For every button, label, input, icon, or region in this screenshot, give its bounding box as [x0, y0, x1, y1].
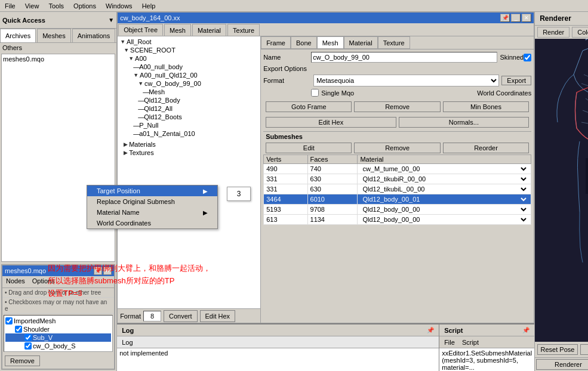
editor-title: cw_body_164_00.xx — [120, 14, 180, 21]
inner-menu-nodes[interactable]: Nodes — [2, 276, 29, 287]
reset-pose-button[interactable]: Reset Pose — [537, 344, 578, 355]
tree-checkbox-cwbody[interactable] — [24, 342, 32, 350]
quick-access-bar: Quick Access ▼ — [0, 12, 116, 29]
mesh-item[interactable]: meshes0.mqo — [3, 55, 44, 63]
ot-qld12boots[interactable]: — Qld12_Boots — [119, 113, 259, 121]
prop-tab-mesh[interactable]: Mesh — [317, 36, 344, 49]
quick-access-arrow[interactable]: ▼ — [108, 17, 114, 23]
cell-material: Qld12_body_00_00 — [358, 205, 531, 215]
reorder-button[interactable]: Reorder — [443, 143, 529, 153]
table-row[interactable]: 490740cw_M_tume_00_00 — [264, 164, 531, 174]
ot-qld12all[interactable]: — Qld12_All — [119, 104, 259, 113]
ot-pnull[interactable]: — P_Null — [119, 121, 259, 129]
table-row[interactable]: 34646010Qld12_body_00_01 — [264, 194, 531, 205]
export-button[interactable]: Export — [501, 76, 531, 85]
ot-label-cwbody99: cw_O_body_99_00 — [144, 80, 201, 87]
material-select[interactable]: Qld12_tikubiR_00_00 — [360, 175, 528, 183]
script-pin-icon[interactable]: 📌 — [522, 327, 529, 333]
ot-all-root[interactable]: ▼ All_Root — [119, 38, 259, 46]
material-select[interactable]: Qld12_tikubiL_00_00 — [360, 185, 528, 193]
tab-meshes[interactable]: Meshes — [37, 29, 71, 42]
expand-icon: ▼ — [120, 39, 125, 45]
menu-options[interactable]: Options — [69, 1, 101, 11]
editor-min-btn[interactable]: _ — [511, 14, 521, 22]
tree-checkbox-importedmesh[interactable] — [5, 317, 13, 324]
min-bones-button[interactable]: Min Bones — [443, 101, 529, 112]
annotation: 因为需要把护甲绑到大臂上，和胳膊一起活动， 所以选择胳膊submesh所对应的的… — [48, 262, 211, 299]
ot-qld12body[interactable]: — Qld12_Body — [119, 96, 259, 104]
ot-textures[interactable]: ▶ Textures — [119, 149, 259, 157]
ot-a00[interactable]: ▼ A00 — [119, 54, 259, 63]
menu-tools[interactable]: Tools — [44, 1, 69, 11]
table-row[interactable]: 51939708Qld12_body_00_00 — [264, 205, 531, 215]
edit-hex-button[interactable]: Edit Hex — [266, 117, 396, 128]
table-row[interactable]: 331630Qld12_tikubiL_00_00 — [264, 184, 531, 194]
tab-archives[interactable]: Archives — [0, 29, 36, 42]
table-row[interactable]: 6131134Qld12_body_00_00 — [264, 215, 531, 225]
tab-animations[interactable]: Animations — [72, 29, 115, 42]
format-select[interactable]: Metasequoia — [313, 75, 499, 86]
editor-tab-texture[interactable]: Texture — [227, 24, 260, 36]
renderer-tab-btn[interactable]: Renderer — [536, 359, 588, 370]
prop-tab-material[interactable]: Material — [344, 36, 378, 49]
name-input[interactable] — [311, 52, 497, 63]
tree-item-subv[interactable]: Sub_V — [5, 333, 111, 342]
script-menu-file[interactable]: File — [444, 339, 455, 346]
normals-button[interactable]: Normals... — [399, 117, 529, 128]
renderer-tab-render[interactable]: Render — [537, 27, 569, 38]
left-remove-button[interactable]: Remove — [5, 355, 40, 366]
edit-hex-button-bottom[interactable]: Edit Hex — [200, 310, 236, 322]
ot-scene-root[interactable]: ▼ SCENE_ROOT — [119, 46, 259, 54]
ctx-replace-submesh[interactable]: Replace Original Submesh — [87, 196, 217, 207]
ctx-target-position[interactable]: Target Position ▶ — [87, 186, 217, 196]
editor-tab-material[interactable]: Material — [192, 24, 226, 36]
ot-label-mesh: Mesh — [149, 88, 165, 95]
script-menu-script[interactable]: Script — [462, 339, 479, 346]
material-select[interactable]: cw_M_tume_00_00 — [360, 165, 528, 173]
remove2-button[interactable]: Remove — [354, 143, 440, 153]
log-pin-icon[interactable]: 📌 — [427, 327, 434, 333]
editor-tab-mesh[interactable]: Mesh — [164, 24, 191, 36]
ctx-world-coordinates[interactable]: World Coordinates — [87, 218, 217, 228]
format-input[interactable] — [143, 311, 161, 321]
goto-frame-button[interactable]: Goto Frame — [266, 101, 352, 112]
convert-button[interactable]: Convert — [164, 310, 198, 322]
tree-checkbox-subv[interactable] — [24, 334, 32, 341]
editor-pin-btn[interactable]: 📌 — [500, 14, 510, 22]
ot-label-materials: Materials — [129, 141, 156, 148]
tree-checkbox-shoulder[interactable] — [15, 326, 22, 333]
editor-tab-object-tree[interactable]: Object Tree — [118, 24, 163, 36]
skinned-checkbox[interactable] — [524, 54, 531, 61]
center-button[interactable]: Center — [580, 344, 588, 355]
remove-button[interactable]: Remove — [354, 101, 440, 112]
ot-cwbody99[interactable]: ▼ cw_O_body_99_00 — [119, 79, 259, 88]
single-mqo-checkbox[interactable] — [311, 89, 319, 97]
ot-mesh[interactable]: — Mesh — [119, 88, 259, 96]
renderer-tab-color[interactable]: Color — [572, 27, 588, 38]
material-select[interactable]: Qld12_body_00_01 — [360, 195, 528, 203]
menu-view[interactable]: View — [20, 1, 44, 11]
menu-file[interactable]: File — [0, 1, 20, 11]
ot-nullbody[interactable]: — A00_null_body — [119, 63, 259, 71]
ot-label-textures: Textures — [129, 149, 154, 156]
ctx-material-name[interactable]: Material Name ▶ — [87, 207, 217, 218]
ot-nullqld[interactable]: ▼ A00_null_Qld12_00 — [119, 71, 259, 79]
log-content: not implemented — [117, 348, 439, 371]
ot-materials[interactable]: ▶ Materials — [119, 140, 259, 149]
material-select[interactable]: Qld12_body_00_00 — [360, 215, 528, 224]
material-select[interactable]: Qld12_body_00_00 — [360, 205, 528, 214]
prop-tab-frame[interactable]: Frame — [261, 36, 291, 49]
menu-help[interactable]: Help — [137, 1, 161, 11]
tree-item-cwbody[interactable]: cw_O_body_S — [5, 342, 111, 350]
menu-windows[interactable]: Windows — [101, 1, 137, 11]
table-row[interactable]: 331630Qld12_tikubiR_00_00 — [264, 174, 531, 184]
editor-close-btn[interactable]: ✕ — [522, 14, 531, 22]
prop-tab-texture[interactable]: Texture — [378, 36, 410, 49]
edit-button[interactable]: Edit — [266, 143, 352, 153]
tree-item-shoulder[interactable]: Shoulder — [5, 325, 111, 333]
tree-item-importedmesh[interactable]: ImportedMesh — [5, 317, 111, 325]
ot-zentai[interactable]: — a01_N_Zentai_010 — [119, 129, 259, 138]
prop-tab-bone[interactable]: Bone — [291, 36, 317, 49]
ot-label-qld12body: Qld12_Body — [144, 97, 180, 104]
inner-window-label: meshes0.mqo — [5, 267, 46, 274]
